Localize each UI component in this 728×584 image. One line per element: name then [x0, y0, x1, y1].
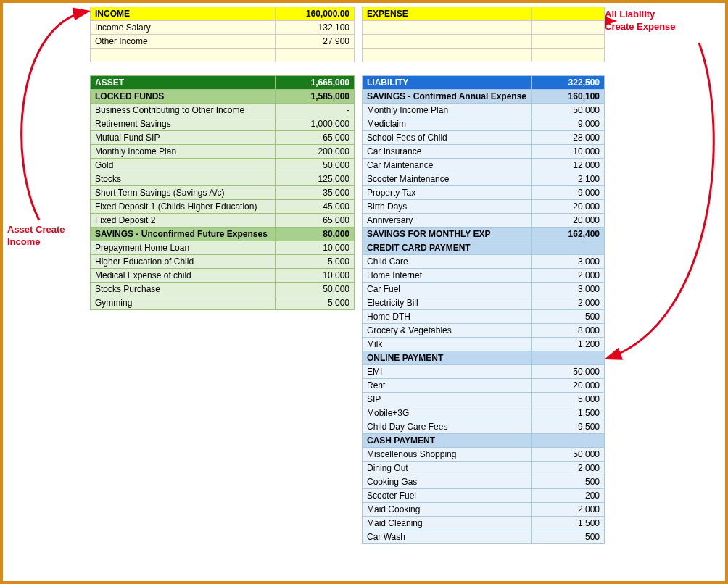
liability-row-label: Birth Days — [363, 200, 532, 214]
liability-row-value: 3,000 — [531, 255, 604, 269]
asset-row-value: 10,000 — [275, 241, 354, 255]
liability-row-value: 9,500 — [531, 420, 604, 434]
asset-row-label: Monthly Income Plan — [91, 145, 276, 159]
annotation-left-line1: Asset Create — [7, 224, 65, 235]
liability-row-value: 20,000 — [531, 379, 604, 393]
income-table: INCOME 160,000.00 Income Salary132,100Ot… — [90, 7, 355, 62]
asset-row-value: 10,000 — [275, 269, 354, 283]
tables-container: INCOME 160,000.00 Income Salary132,100Ot… — [90, 7, 605, 544]
asset-row-value: - — [275, 104, 354, 117]
asset-header-value: 1,665,000 — [275, 76, 354, 90]
document-frame: Asset Create Income All Liability Create… — [0, 0, 728, 584]
asset-row-value: 35,000 — [275, 186, 354, 200]
liability-section-title: SAVINGS - Confirmed Annual Expense — [363, 90, 532, 104]
income-row-value: 27,900 — [275, 35, 354, 49]
asset-row-value: 5,000 — [275, 296, 354, 310]
expense-table: EXPENSE — [362, 7, 605, 62]
liability-row-value: 20,000 — [531, 200, 604, 214]
asset-row-value: 45,000 — [275, 200, 354, 214]
income-row-label: Other Income — [91, 35, 276, 49]
liability-row-label: Mediclaim — [363, 117, 532, 131]
liability-row-value: 10,000 — [531, 145, 604, 159]
liability-row-label: Cooking Gas — [363, 475, 532, 489]
liability-row-label: Grocery & Vegetables — [363, 324, 532, 338]
asset-row-value: 5,000 — [275, 255, 354, 269]
liability-row-value: 28,000 — [531, 131, 604, 145]
liability-row-value: 8,000 — [531, 324, 604, 338]
asset-row-value: 50,000 — [275, 159, 354, 172]
asset-section-total: 80,000 — [275, 228, 354, 241]
liability-row-value: 1,500 — [531, 406, 604, 420]
liability-row-label: Car Maintenance — [363, 159, 532, 172]
income-row-label: Income Salary — [91, 21, 276, 35]
liability-section-total: 162,400 — [531, 228, 604, 241]
liability-row-label: Mobile+3G — [363, 406, 532, 420]
asset-row-value: 200,000 — [275, 145, 354, 159]
liability-header-label: LIABILITY — [363, 76, 532, 90]
liability-row-value: 2,000 — [531, 462, 604, 475]
income-header-label: INCOME — [91, 7, 276, 21]
liability-row-value: 50,000 — [531, 448, 604, 462]
liability-row-label: EMI — [363, 365, 532, 379]
asset-row-label: Short Term Savings (Savings A/c) — [91, 186, 276, 200]
liability-row-label: Miscellenous Shopping — [363, 448, 532, 462]
liability-row-value: 1,500 — [531, 517, 604, 530]
annotation-right: All Liability Create Expense — [605, 9, 721, 33]
liability-row-value: 3,000 — [531, 283, 604, 296]
liability-row-label: Home DTH — [363, 310, 532, 324]
liability-row-label: Car Insurance — [363, 145, 532, 159]
asset-row-label: Higher Education of Child — [91, 255, 276, 269]
liability-row-label: Child Day Care Fees — [363, 420, 532, 434]
liability-row-value: 500 — [531, 475, 604, 489]
asset-row-label: Stocks — [91, 172, 276, 186]
liability-row-value: 50,000 — [531, 104, 604, 117]
liability-row-value: 2,000 — [531, 296, 604, 310]
asset-row-value: 65,000 — [275, 214, 354, 228]
liability-row-value: 2,100 — [531, 172, 604, 186]
liability-row-value: 5,000 — [531, 393, 604, 406]
annotation-right-line2: Create Expense — [605, 21, 676, 32]
asset-table: ASSET 1,665,000 LOCKED FUNDS1,585,000Bus… — [90, 75, 355, 310]
liability-section-total — [531, 241, 604, 255]
asset-row-label: Fixed Deposit 1 (Childs Higher Education… — [91, 200, 276, 214]
liability-row-value: 50,000 — [531, 365, 604, 379]
asset-row-label: Medical Expense of child — [91, 269, 276, 283]
liability-row-value: 9,000 — [531, 186, 604, 200]
liability-row-label: Car Wash — [363, 530, 532, 544]
liability-row-label: Dining Out — [363, 462, 532, 475]
asset-row-label: Gymming — [91, 296, 276, 310]
asset-row-label: Gold — [91, 159, 276, 172]
liability-row-label: Home Internet — [363, 269, 532, 283]
asset-row-value: 125,000 — [275, 172, 354, 186]
liability-header-value: 322,500 — [531, 76, 604, 90]
expense-header-label: EXPENSE — [363, 7, 532, 21]
liability-row-value: 12,000 — [531, 159, 604, 172]
liability-row-label: Child Care — [363, 255, 532, 269]
liability-row-value: 20,000 — [531, 214, 604, 228]
liability-row-label: Monthly Income Plan — [363, 104, 532, 117]
liability-row-label: Scooter Fuel — [363, 489, 532, 503]
liability-row-value: 200 — [531, 489, 604, 503]
income-row-value: 132,100 — [275, 21, 354, 35]
annotation-left: Asset Create Income — [7, 224, 87, 249]
asset-row-value: 65,000 — [275, 131, 354, 145]
liability-row-value: 9,000 — [531, 117, 604, 131]
liability-section-title: CREDIT CARD PAYMENT — [363, 241, 532, 255]
asset-row-label: Retirement Savings — [91, 117, 276, 131]
liability-row-label: Electricity Bill — [363, 296, 532, 310]
liability-section-total: 160,100 — [531, 90, 604, 104]
asset-row-label: Stocks Purchase — [91, 283, 276, 296]
liability-row-label: Car Fuel — [363, 283, 532, 296]
liability-table: LIABILITY 322,500 SAVINGS - Confirmed An… — [362, 75, 605, 544]
liability-row-value: 2,000 — [531, 269, 604, 283]
asset-row-value: 50,000 — [275, 283, 354, 296]
liability-row-value: 2,000 — [531, 503, 604, 517]
asset-section-title: LOCKED FUNDS — [91, 90, 276, 104]
liability-row-label: SIP — [363, 393, 532, 406]
liability-row-value: 500 — [531, 310, 604, 324]
asset-section-total: 1,585,000 — [275, 90, 354, 104]
liability-row-label: Scooter Maintenance — [363, 172, 532, 186]
asset-header-label: ASSET — [91, 76, 276, 90]
asset-row-value: 1,000,000 — [275, 117, 354, 131]
asset-row-label: Mutual Fund SIP — [91, 131, 276, 145]
